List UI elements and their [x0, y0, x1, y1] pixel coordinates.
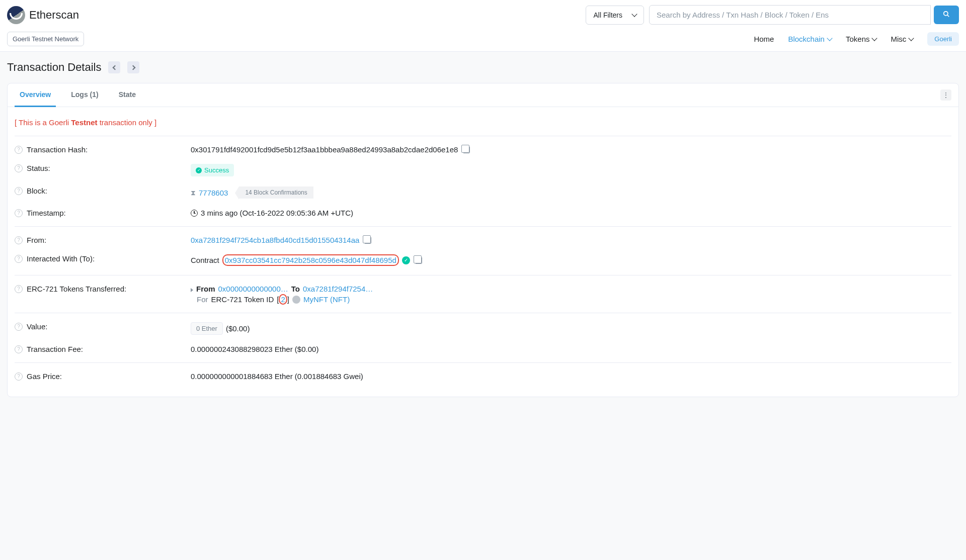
- token-id-link[interactable]: 2: [281, 295, 285, 304]
- label-value: Value:: [27, 322, 47, 331]
- nav-tokens[interactable]: Tokens: [846, 35, 877, 43]
- ether-value-badge: 0 Ether: [191, 322, 223, 335]
- search-input[interactable]: [649, 5, 931, 25]
- token-name-link[interactable]: MyNFT (NFT): [303, 295, 350, 304]
- next-txn-button[interactable]: [127, 61, 139, 73]
- fee-value: 0.000000243088298023 Ether ($0.00): [191, 345, 318, 353]
- for-label: For: [197, 295, 208, 304]
- nav-blockchain[interactable]: Blockchain: [788, 35, 832, 43]
- transfer-from-link[interactable]: 0x0000000000000…: [218, 285, 288, 293]
- highlight-annotation: 0x937cc03541cc7942b258c0596e43d047df4869…: [222, 254, 399, 266]
- section-addresses: ?From: 0xa7281f294f7254cb1a8fbd40cd15d01…: [15, 226, 951, 275]
- help-icon[interactable]: ?: [15, 209, 23, 217]
- nav-home[interactable]: Home: [754, 35, 774, 43]
- brand-name: Etherscan: [29, 9, 79, 22]
- caret-right-icon: [191, 288, 193, 292]
- transfer-to-link[interactable]: 0xa7281f294f7254…: [303, 285, 373, 293]
- token-icon: [292, 296, 300, 304]
- row-fee: ?Transaction Fee: 0.000000243088298023 E…: [15, 340, 951, 358]
- chevron-down-icon: [631, 11, 637, 17]
- copy-icon[interactable]: [415, 257, 422, 264]
- chevron-down-icon: [827, 35, 832, 41]
- network-badge: Goerli Testnet Network: [7, 32, 84, 46]
- row-gas: ?Gas Price: 0.000000000001884683 Ether (…: [15, 367, 951, 386]
- to-label: To: [291, 285, 300, 293]
- hourglass-icon: ⧗: [191, 189, 196, 197]
- confirmations-badge: 14 Block Confirmations: [239, 186, 313, 199]
- verified-icon: ✓: [402, 256, 410, 264]
- section-basic: ?Transaction Hash: 0x301791fdf492001fcd9…: [15, 136, 951, 226]
- etherscan-logo-icon: [7, 6, 25, 24]
- svg-line-1: [947, 15, 949, 17]
- contract-prefix: Contract: [191, 256, 219, 264]
- section-erc721: ?ERC-721 Tokens Transferred: From 0x0000…: [15, 275, 951, 313]
- row-erc721: ?ERC-721 Tokens Transferred: From 0x0000…: [15, 279, 951, 309]
- copy-icon[interactable]: [463, 146, 470, 153]
- help-icon[interactable]: ?: [15, 146, 23, 154]
- testnet-notice: [ This is a Goerli Testnet transaction o…: [15, 114, 951, 136]
- label-gas: Gas Price:: [27, 372, 62, 381]
- label-status: Status:: [27, 164, 50, 172]
- brand-logo[interactable]: Etherscan: [7, 6, 79, 24]
- help-icon[interactable]: ?: [15, 164, 23, 172]
- filter-label: All Filters: [593, 11, 622, 19]
- row-from: ?From: 0xa7281f294f7254cb1a8fbd40cd15d01…: [15, 231, 951, 249]
- site-header: Etherscan All Filters Goerli Testnet Net…: [0, 0, 966, 52]
- label-fee: Transaction Fee:: [27, 345, 83, 353]
- help-icon[interactable]: ?: [15, 187, 23, 195]
- chevron-left-icon: [113, 65, 118, 70]
- search-icon: [943, 11, 950, 18]
- check-circle-icon: ✓: [196, 167, 202, 173]
- label-txhash: Transaction Hash:: [27, 145, 88, 154]
- label-from: From:: [27, 236, 46, 244]
- label-erc721: ERC-721 Tokens Transferred:: [27, 285, 126, 293]
- goerli-network-badge[interactable]: Goerli: [927, 32, 959, 46]
- help-icon[interactable]: ?: [15, 285, 23, 293]
- nav-misc[interactable]: Misc: [891, 35, 913, 43]
- header-top-row: Etherscan All Filters: [0, 0, 966, 30]
- row-timestamp: ?Timestamp: 3 mins ago (Oct-16-2022 09:0…: [15, 204, 951, 222]
- txhash-value: 0x301791fdf492001fcd9d5e5b12f3aa1bbbea9a…: [191, 145, 458, 154]
- label-block: Block:: [27, 186, 47, 195]
- section-fees: ?Value: 0 Ether ($0.00) ?Transaction Fee…: [15, 313, 951, 362]
- to-address-link[interactable]: 0x937cc03541cc7942b258c0596e43d047df4869…: [225, 256, 396, 264]
- tab-overview[interactable]: Overview: [15, 83, 56, 107]
- help-icon[interactable]: ?: [15, 255, 23, 263]
- tab-logs[interactable]: Logs (1): [66, 83, 103, 107]
- page-header: Transaction Details: [0, 52, 966, 83]
- from-address-link[interactable]: 0xa7281f294f7254cb1a8fbd40cd15d015504314…: [191, 236, 359, 244]
- svg-point-0: [944, 12, 948, 16]
- header-bottom-row: Goerli Testnet Network Home Blockchain T…: [0, 30, 966, 51]
- search-filter-dropdown[interactable]: All Filters: [586, 6, 644, 25]
- tab-state[interactable]: State: [114, 83, 141, 107]
- timestamp-value: 3 mins ago (Oct-16-2022 09:05:36 AM +UTC…: [201, 209, 353, 217]
- row-status: ?Status: ✓ Success: [15, 159, 951, 181]
- transfer-block: From 0x0000000000000… To 0xa7281f294f725…: [191, 285, 373, 304]
- help-icon[interactable]: ?: [15, 236, 23, 244]
- main-card: Overview Logs (1) State ⋮ [ This is a Go…: [7, 83, 959, 397]
- chevron-down-icon: [872, 35, 877, 41]
- from-label: From: [196, 285, 215, 293]
- chevron-right-icon: [131, 65, 136, 70]
- page-title: Transaction Details: [7, 61, 101, 74]
- copy-icon[interactable]: [364, 237, 371, 244]
- prev-txn-button[interactable]: [108, 61, 120, 73]
- card-body: [ This is a Goerli Testnet transaction o…: [8, 107, 958, 397]
- row-block: ?Block: ⧗ 7778603 14 Block Confirmations: [15, 181, 951, 204]
- tab-bar: Overview Logs (1) State ⋮: [8, 83, 958, 107]
- label-to: Interacted With (To):: [27, 254, 95, 263]
- row-to: ?Interacted With (To): Contract 0x937cc0…: [15, 249, 951, 271]
- section-gas: ?Gas Price: 0.000000000001884683 Ether (…: [15, 362, 951, 390]
- status-badge: ✓ Success: [191, 164, 234, 176]
- search-button[interactable]: [934, 6, 959, 24]
- search-bar: All Filters: [586, 5, 959, 25]
- tab-more-button[interactable]: ⋮: [940, 89, 951, 101]
- help-icon[interactable]: ?: [15, 323, 23, 331]
- clock-icon: [191, 210, 198, 217]
- block-number-link[interactable]: 7778603: [199, 189, 228, 197]
- chevron-down-icon: [909, 35, 914, 41]
- help-icon[interactable]: ?: [15, 372, 23, 381]
- help-icon[interactable]: ?: [15, 345, 23, 353]
- label-timestamp: Timestamp:: [27, 209, 66, 217]
- token-type-label: ERC-721 Token ID: [211, 295, 274, 304]
